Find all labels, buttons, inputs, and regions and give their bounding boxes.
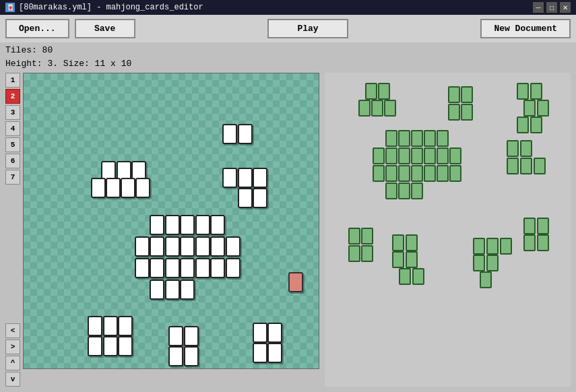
nav-right-button[interactable]: >: [5, 339, 20, 354]
list-item: [523, 218, 536, 234]
table-row[interactable]: [103, 336, 118, 356]
minimize-button[interactable]: ─: [533, 2, 544, 13]
list-item: [424, 148, 436, 164]
table-row[interactable]: [103, 316, 118, 336]
table-row[interactable]: [165, 236, 180, 257]
table-row[interactable]: [88, 336, 102, 356]
table-row[interactable]: [195, 258, 210, 278]
table-row[interactable]: [226, 236, 241, 257]
nav-left-button[interactable]: <: [5, 323, 20, 338]
list-item: [348, 228, 360, 244]
list-item: [473, 255, 485, 271]
list-item: [385, 183, 397, 199]
table-row[interactable]: [238, 168, 253, 188]
editor-canvas[interactable]: [23, 73, 319, 369]
table-row[interactable]: [253, 343, 267, 363]
list-item: [530, 117, 542, 133]
table-row[interactable]: [180, 258, 195, 278]
list-item: [373, 165, 385, 182]
list-item: [373, 148, 385, 164]
table-row[interactable]: [210, 215, 225, 235]
table-row[interactable]: [267, 323, 282, 343]
table-row[interactable]: [226, 258, 241, 278]
window-title: [80marakas.yml] - mahjong_cards_editor: [19, 3, 533, 12]
table-row[interactable]: [184, 346, 199, 366]
table-row[interactable]: [135, 258, 150, 278]
list-item: [449, 148, 461, 164]
layer-1-button[interactable]: 1: [5, 73, 20, 88]
list-item: [365, 83, 377, 100]
table-row[interactable]: [118, 336, 133, 356]
list-item: [448, 86, 460, 103]
list-item: [461, 86, 473, 103]
table-row[interactable]: [195, 236, 210, 257]
table-row[interactable]: [106, 178, 121, 198]
layer-6-button[interactable]: 6: [5, 154, 20, 168]
close-button[interactable]: ✕: [560, 2, 571, 13]
table-row[interactable]: [222, 124, 237, 144]
layer-7-button[interactable]: 7: [5, 170, 20, 185]
list-item: [411, 130, 423, 147]
table-row[interactable]: [253, 188, 267, 208]
table-row[interactable]: [180, 280, 195, 300]
list-item: [500, 238, 512, 255]
table-row[interactable]: [165, 258, 180, 278]
table-row[interactable]: [150, 215, 164, 235]
list-item: [385, 148, 397, 164]
list-item: [411, 165, 423, 182]
red-tile[interactable]: [288, 272, 303, 292]
table-row[interactable]: [180, 215, 195, 235]
table-row[interactable]: [253, 323, 267, 343]
table-row[interactable]: [267, 343, 282, 363]
list-item: [392, 251, 404, 268]
height-size: Height: 3. Size: 11 x 10: [5, 57, 571, 71]
table-row[interactable]: [150, 236, 164, 257]
table-row[interactable]: [150, 280, 164, 300]
save-button[interactable]: Save: [75, 19, 135, 38]
table-row[interactable]: [238, 124, 253, 144]
list-item: [406, 234, 418, 251]
list-item: [507, 158, 519, 174]
table-row[interactable]: [121, 178, 135, 198]
table-row[interactable]: [238, 188, 253, 208]
layer-nav-bar: 1 2 3 4 5 6 7 < > ^ v: [5, 73, 20, 387]
table-row[interactable]: [165, 280, 180, 300]
table-row[interactable]: [165, 215, 180, 235]
table-row[interactable]: [168, 326, 183, 346]
table-row[interactable]: [253, 168, 267, 188]
preview-area[interactable]: [325, 73, 571, 387]
table-row[interactable]: [210, 258, 225, 278]
list-item: [399, 268, 411, 285]
play-button[interactable]: Play: [267, 19, 348, 38]
table-row[interactable]: [222, 168, 237, 188]
table-row[interactable]: [91, 178, 106, 198]
list-item: [361, 245, 373, 262]
list-item: [437, 130, 449, 147]
table-row[interactable]: [195, 215, 210, 235]
list-item: [523, 100, 536, 117]
list-item: [406, 251, 418, 268]
table-row[interactable]: [168, 346, 183, 366]
layer-5-button[interactable]: 5: [5, 137, 20, 152]
table-row[interactable]: [118, 316, 133, 336]
table-row[interactable]: [135, 178, 150, 198]
list-item: [424, 165, 436, 182]
layer-4-button[interactable]: 4: [5, 121, 20, 136]
list-item: [424, 130, 436, 147]
list-item: [361, 228, 373, 244]
table-row[interactable]: [150, 258, 164, 278]
list-item: [398, 130, 410, 147]
table-row[interactable]: [180, 236, 195, 257]
nav-down-button[interactable]: v: [5, 372, 20, 387]
list-item: [411, 148, 423, 164]
layer-3-button[interactable]: 3: [5, 105, 20, 120]
table-row[interactable]: [184, 326, 199, 346]
nav-up-button[interactable]: ^: [5, 356, 20, 370]
table-row[interactable]: [210, 236, 225, 257]
new-document-button[interactable]: New Document: [480, 19, 571, 38]
open-button[interactable]: Open...: [5, 19, 69, 38]
layer-2-button[interactable]: 2: [5, 89, 20, 104]
table-row[interactable]: [135, 236, 150, 257]
maximize-button[interactable]: □: [546, 2, 557, 13]
table-row[interactable]: [88, 316, 102, 336]
